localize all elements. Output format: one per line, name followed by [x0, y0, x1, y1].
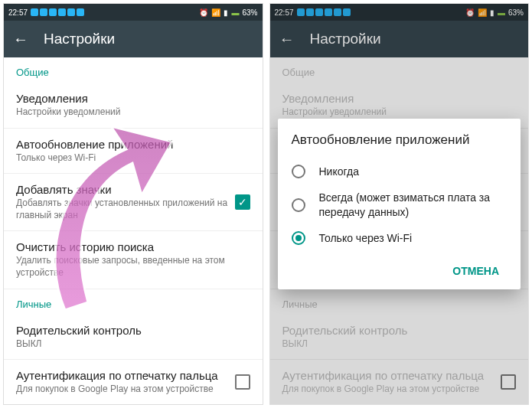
settings-list[interactable]: Общие Уведомления Настройки уведомлений … — [4, 57, 263, 405]
item-title: Очистить историю поиска — [16, 240, 250, 253]
item-title: Автообновление приложений — [16, 138, 250, 151]
section-personal: Личные — [4, 289, 263, 315]
autoupdate-dialog: Автообновление приложений Никогда Всегда… — [278, 119, 521, 289]
app-bar: ← Настройки — [4, 21, 263, 57]
page-title: Настройки — [44, 31, 115, 47]
signal-icon: ▮ — [224, 8, 228, 17]
checkbox-fingerprint[interactable] — [235, 374, 250, 390]
alarm-icon: ⏰ — [199, 8, 208, 17]
radio-label: Всегда (может взиматься плата за передач… — [319, 191, 508, 218]
item-sub: Настройки уведомлений — [16, 106, 250, 119]
screenshot-left: 22:57 ⏰ 📶 ▮ ▬ 63% ← Настройки Общие Увед… — [3, 3, 263, 405]
item-notifications[interactable]: Уведомления Настройки уведомлений — [4, 83, 263, 129]
dialog-scrim[interactable]: Автообновление приложений Никогда Всегда… — [270, 4, 529, 404]
status-bar: 22:57 ⏰ 📶 ▮ ▬ 63% — [4, 4, 263, 21]
item-add-icons[interactable]: Добавлять значки Добавлять значки устано… — [4, 174, 263, 231]
item-sub: Только через Wi-Fi — [16, 152, 250, 165]
battery-icon: ▬ — [231, 8, 239, 17]
radio-icon — [292, 231, 305, 245]
item-parental[interactable]: Родительский контроль ВЫКЛ — [4, 315, 263, 361]
item-title: Уведомления — [16, 92, 250, 105]
battery-pct: 63% — [242, 8, 257, 17]
radio-option-never[interactable]: Никогда — [292, 158, 508, 184]
item-title: Аутентификация по отпечатку пальца — [16, 369, 229, 382]
status-right: ⏰ 📶 ▮ ▬ 63% — [199, 8, 257, 17]
item-sub: ВЫКЛ — [16, 338, 250, 351]
item-clear-history[interactable]: Очистить историю поиска Удалить поисковы… — [4, 231, 263, 289]
cancel-button[interactable]: ОТМЕНА — [445, 259, 507, 283]
item-autoupdate[interactable]: Автообновление приложений Только через W… — [4, 129, 263, 175]
item-sub: Добавлять значки установленных приложени… — [16, 197, 229, 221]
radio-option-wifi[interactable]: Только через Wi-Fi — [292, 225, 508, 251]
section-general: Общие — [4, 57, 263, 83]
checkbox-add-icons[interactable]: ✓ — [235, 194, 250, 210]
item-sub: Удалить поисковые запросы, введенные на … — [16, 255, 250, 279]
dialog-title: Автообновление приложений — [292, 132, 508, 148]
radio-label: Только через Wi-Fi — [319, 231, 413, 245]
item-title: Добавлять значки — [16, 183, 229, 196]
item-sub: Для покупок в Google Play на этом устрой… — [16, 384, 229, 396]
radio-icon — [292, 165, 305, 178]
radio-label: Никогда — [319, 165, 359, 178]
back-arrow-icon[interactable]: ← — [13, 31, 28, 47]
status-time: 22:57 — [8, 8, 28, 17]
radio-icon — [292, 198, 305, 212]
screenshot-right: 22:57 ⏰ 📶 ▮ ▬ 63% ← Настройки Общие Увед… — [269, 3, 530, 405]
item-fingerprint[interactable]: Аутентификация по отпечатку пальца Для п… — [4, 360, 263, 405]
radio-option-always[interactable]: Всегда (может взиматься плата за передач… — [292, 184, 508, 224]
wifi-icon: 📶 — [211, 8, 220, 17]
status-notif-icons — [31, 8, 84, 16]
item-title: Родительский контроль — [16, 324, 250, 337]
